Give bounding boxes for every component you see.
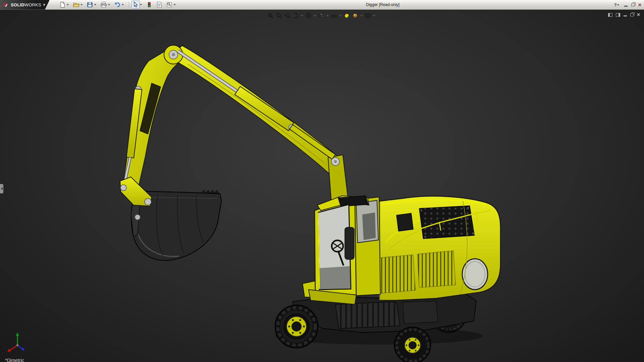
section-view-button[interactable]	[292, 12, 300, 20]
rebuild-icon	[146, 1, 153, 8]
options-button[interactable]	[165, 1, 173, 9]
save-button[interactable]	[86, 1, 94, 9]
engine-housing[interactable]	[368, 196, 500, 300]
zoom-to-area-button[interactable]	[275, 12, 283, 20]
help-dropdown-icon[interactable]	[617, 4, 619, 6]
open-dropdown-icon[interactable]	[80, 4, 83, 5]
title-bar: SOLIDWORKS	[0, 0, 644, 10]
brand-works: WORKS	[24, 2, 41, 7]
file-properties-icon	[156, 1, 163, 8]
minimize-button[interactable]	[624, 3, 628, 7]
view-orientation-icon	[305, 12, 312, 19]
options-icon	[166, 1, 173, 8]
save-dropdown-icon[interactable]	[94, 4, 96, 5]
brand-solid: SOLID	[11, 2, 24, 7]
help-button[interactable]: ?	[614, 2, 621, 7]
undo-dropdown-icon[interactable]	[122, 4, 124, 5]
heads-up-view-toolbar	[267, 12, 376, 20]
view-orientation-label: *Dimetric	[5, 358, 24, 362]
display-pane-icon	[616, 13, 620, 17]
select-cursor-icon	[132, 1, 139, 8]
display-style-icon	[318, 12, 325, 19]
view-settings-icon	[365, 12, 371, 19]
zoom-to-area-icon	[276, 12, 282, 19]
rebuild-button[interactable]	[145, 1, 153, 9]
collapse-arrow-icon	[1, 187, 3, 190]
window-title: Digger [Read-only]	[366, 2, 399, 7]
save-icon	[87, 1, 93, 8]
minimize-icon	[624, 6, 628, 7]
open-folder-icon	[73, 1, 79, 8]
print-button[interactable]	[100, 1, 108, 9]
edit-appearance-button[interactable]	[343, 12, 351, 20]
view-settings-dropdown-icon[interactable]	[373, 15, 375, 16]
restore-icon	[631, 3, 635, 6]
reference-triad[interactable]	[6, 330, 34, 355]
hide-show-items-button[interactable]	[330, 12, 338, 20]
view-orientation-button[interactable]	[305, 12, 313, 20]
solidworks-menu[interactable]: SOLIDWORKS	[0, 0, 50, 10]
edit-appearance-icon	[343, 12, 350, 19]
hide-show-items-icon	[331, 12, 337, 19]
options-dropdown-icon[interactable]	[174, 4, 176, 5]
document-restore-button[interactable]	[630, 13, 634, 16]
graphics-viewport[interactable]: × *Dimetric	[0, 10, 644, 362]
display-pane-toggle-button[interactable]	[616, 13, 620, 17]
document-minimize-button[interactable]	[624, 13, 627, 16]
select-button[interactable]	[131, 1, 140, 9]
feature-pane-icon	[608, 13, 612, 17]
previous-view-button[interactable]	[283, 12, 291, 20]
open-button[interactable]	[72, 1, 80, 9]
document-minimize-icon	[624, 15, 627, 16]
main-toolbar	[58, 1, 178, 9]
section-view-dropdown-icon[interactable]	[301, 15, 303, 16]
new-document-icon	[59, 1, 66, 8]
close-button[interactable]: ×	[638, 2, 641, 8]
section-view-icon	[292, 12, 299, 19]
previous-view-icon	[284, 12, 291, 19]
window-controls: ? ×	[614, 0, 641, 10]
document-close-button[interactable]: ×	[637, 12, 640, 17]
document-window-controls: ×	[608, 12, 640, 17]
new-document-button[interactable]	[58, 1, 66, 9]
solidworks-logo-icon	[2, 2, 9, 8]
cab[interactable]	[309, 196, 380, 304]
print-icon	[100, 1, 107, 8]
file-properties-button[interactable]	[155, 1, 163, 9]
menu-expand-icon[interactable]	[44, 3, 45, 6]
display-style-dropdown-icon[interactable]	[327, 15, 329, 16]
new-dropdown-icon[interactable]	[67, 4, 69, 5]
document-restore-icon	[630, 13, 634, 16]
display-style-button[interactable]	[317, 12, 325, 20]
apply-scene-dropdown-icon[interactable]	[361, 15, 363, 16]
restore-button[interactable]	[631, 3, 635, 6]
print-dropdown-icon[interactable]	[108, 4, 110, 5]
view-orientation-dropdown-icon[interactable]	[314, 15, 316, 16]
feature-manager-collapse-tab[interactable]	[0, 184, 3, 193]
view-settings-button[interactable]	[364, 12, 372, 20]
undo-icon	[114, 1, 121, 8]
excavator-model[interactable]	[0, 10, 644, 362]
feature-pane-toggle-button[interactable]	[608, 13, 612, 17]
select-dropdown-icon[interactable]	[140, 4, 142, 5]
zoom-to-fit-button[interactable]	[267, 12, 275, 20]
toolbar-separator	[129, 2, 129, 8]
hide-show-dropdown-icon[interactable]	[339, 15, 341, 16]
undo-button[interactable]	[113, 1, 121, 9]
zoom-to-fit-icon	[267, 12, 274, 19]
apply-scene-button[interactable]	[351, 12, 359, 20]
apply-scene-icon	[352, 12, 359, 19]
boom-assembly[interactable]	[123, 45, 348, 203]
